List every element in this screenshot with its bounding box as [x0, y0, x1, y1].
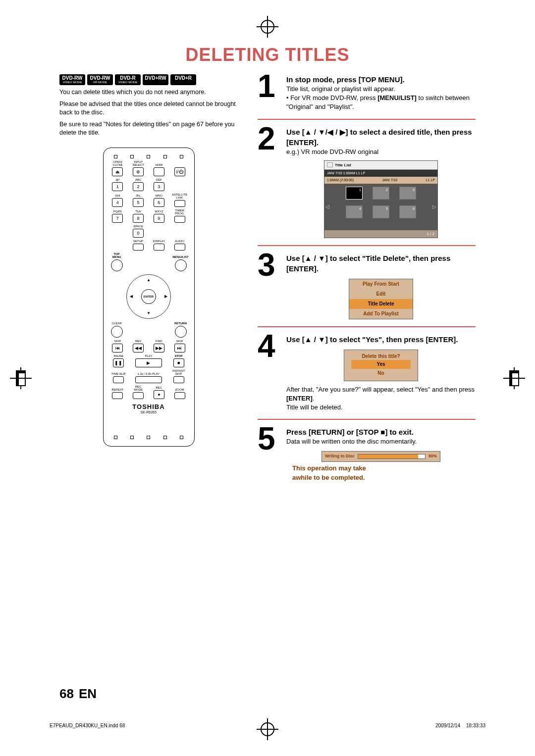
title-thumbnail: 5: [373, 205, 389, 218]
title-thumbnail: 3: [399, 187, 416, 200]
step-number: 5: [258, 427, 280, 482]
step-number: 2: [258, 127, 280, 238]
page-footer: 68EN: [59, 686, 97, 702]
badge-dvd-plus-rw: DVD+RW: [143, 74, 168, 85]
step-heading: Use [▲ / ▼/◀ / ▶] to select a desired ti…: [286, 127, 476, 148]
badge-dvd-r-video: DVD-RVIDEO MODE: [115, 74, 141, 85]
confirm-dialog: Delete this title? Yes No: [344, 350, 418, 381]
dialog-prompt: Delete this title?: [344, 353, 418, 360]
step-sub: Data will be written onto the disc momen…: [286, 437, 476, 446]
title-thumbnail: 6: [399, 205, 416, 218]
title-thumbnail: 4: [346, 205, 363, 218]
step-heading: Press [RETURN] or [STOP ■] to exit.: [286, 427, 476, 437]
remote-brand: TOSHIBA: [107, 403, 190, 410]
step-2: 2 Use [▲ / ▼/◀ / ▶] to select a desired …: [258, 127, 476, 246]
step-heading: Use [▲ / ▼] to select "Yes", then press …: [286, 334, 476, 345]
list-icon: [327, 162, 333, 167]
progress-percent: 90%: [428, 454, 437, 459]
badge-dvd-plus-r: DVD+R: [170, 74, 196, 85]
registration-mark-top: [261, 20, 274, 34]
step-bullet: For VR mode DVD-RW, press [MENU/LIST] to…: [286, 94, 476, 111]
menu-item: Play From Start: [349, 279, 413, 289]
step-number: 4: [258, 334, 280, 412]
step-4: 4 Use [▲ / ▼] to select "Yes", then pres…: [258, 334, 476, 420]
arrow-left-icon: ◁: [325, 203, 329, 210]
disc-badges: DVD-RWVIDEO MODE DVD-RWVR MODE DVD-RVIDE…: [59, 74, 238, 85]
step-heading: In stop mode, press [TOP MENU].: [286, 74, 476, 85]
registration-mark-right: [509, 370, 519, 386]
dialog-yes: Yes: [351, 360, 411, 369]
warning-text: This operation may take: [292, 464, 476, 473]
step-number: 3: [258, 253, 280, 319]
step-heading: Use [▲ / ▼] to select "Title Delete", th…: [286, 253, 476, 274]
page-title: DELETING TITLES: [59, 45, 476, 65]
dialog-no: No: [344, 369, 418, 378]
title-thumbnail: 2: [373, 187, 389, 200]
remote-control-illustration: OPEN/ CLOSE⏏ INPUT SELECT⊕ HDMI I/⏻ .@/:…: [103, 148, 195, 447]
step-text: Title list, original or playlist will ap…: [286, 85, 476, 94]
badge-dvd-rw-video: DVD-RWVIDEO MODE: [59, 74, 85, 85]
warning-text: awhile to be completed.: [292, 473, 476, 482]
title-list-panel: Title List JAN/ 7/10 1:00AM L1 LP 1:00AM…: [324, 160, 438, 238]
arrow-right-icon: ▷: [432, 203, 436, 210]
remote-model: SE-R0265: [107, 410, 190, 414]
registration-mark-left: [16, 370, 26, 386]
progress-label: Writing to Disc: [325, 454, 355, 459]
print-metadata: E7PEAUD_DR430KU_EN.indd 68 2009/12/1418:…: [50, 723, 485, 728]
menu-item: Edit: [349, 289, 413, 299]
menu-item: Add To Playlist: [349, 309, 413, 319]
badge-dvd-rw-vr: DVD-RWVR MODE: [87, 74, 113, 85]
step-3: 3 Use [▲ / ▼] to select "Title Delete", …: [258, 253, 476, 327]
progress-bar: [358, 454, 426, 459]
intro-text: You can delete titles which you do not n…: [59, 88, 238, 138]
writing-progress: Writing to Disc 90%: [321, 451, 440, 462]
step-text: Title will be deleted.: [286, 403, 476, 412]
context-menu: Play From Start Edit Title Delete Add To…: [349, 279, 413, 319]
step-text: After that, "Are you sure?" will appear,…: [286, 385, 476, 403]
step-sub: e.g.) VR mode DVD-RW original: [286, 148, 476, 156]
title-thumbnail: 1: [346, 187, 363, 200]
step-number: 1: [258, 74, 280, 112]
step-5: 5 Press [RETURN] or [STOP ■] to exit. Da…: [258, 427, 476, 489]
menu-item-selected: Title Delete: [349, 299, 413, 309]
step-1: 1 In stop mode, press [TOP MENU]. Title …: [258, 74, 476, 120]
